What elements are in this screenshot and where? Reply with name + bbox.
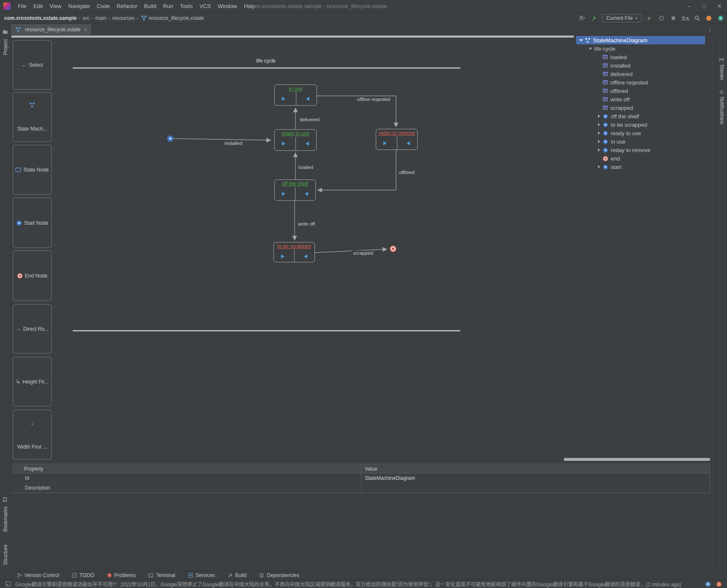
menu-window[interactable]: Window — [214, 0, 241, 12]
state-node-label[interactable]: to be scrapped — [274, 242, 314, 249]
build-hammer-icon[interactable] — [590, 14, 598, 22]
outline-horizontal-scrollbar[interactable] — [564, 458, 710, 461]
chevron-right-icon[interactable] — [596, 114, 601, 119]
menu-tools[interactable]: Tools — [177, 0, 196, 12]
toolwindow-services[interactable]: Services — [188, 572, 215, 578]
tree-item-to-be-scrapped[interactable]: to be scrapped — [576, 120, 716, 129]
palette-tool-state-node[interactable]: State Node — [13, 145, 52, 195]
user-profile-icon[interactable] — [578, 14, 586, 22]
search-everywhere-icon[interactable] — [693, 14, 701, 22]
tree-item-offlined[interactable]: offlined — [576, 87, 716, 95]
tree-item-scrapped[interactable]: scrapped — [576, 103, 716, 112]
sidebar-item-project[interactable]: Project — [3, 39, 8, 55]
menu-edit[interactable]: Edit — [30, 0, 46, 12]
sidebar-item-notifications[interactable]: Notifications — [719, 97, 725, 124]
breadcrumb-src[interactable]: src — [82, 15, 89, 21]
tab-close-icon[interactable]: ✕ — [84, 27, 87, 32]
menu-code[interactable]: Code — [93, 0, 113, 12]
stop-icon[interactable] — [670, 14, 677, 22]
tree-item-in-use[interactable]: in use — [576, 137, 716, 146]
palette-tool-start-node[interactable]: Start Node — [13, 198, 52, 248]
toolwindow-dependencies[interactable]: Dependencies — [259, 572, 299, 578]
run-configuration-dropdown[interactable]: Current File ▾ — [602, 14, 641, 22]
state-node-reday-to-remove[interactable]: reday to remove — [376, 129, 418, 150]
sidebar-item-structure[interactable]: Structure — [3, 544, 8, 565]
toolwindow-todo[interactable]: TODO — [72, 572, 94, 578]
update-notification-icon[interactable] — [705, 14, 713, 22]
tree-item-offline-reqested[interactable]: offline reqested — [576, 78, 716, 87]
tab-resource-lifecycle[interactable]: resource_lifecycle.xstate ✕ — [11, 24, 91, 35]
editor-horizontal-scrollbar[interactable] — [11, 35, 574, 38]
menu-navigate[interactable]: Navigate — [65, 0, 93, 12]
edge-label-offlined[interactable]: offlined — [398, 170, 416, 175]
chevron-right-icon[interactable] — [596, 131, 601, 136]
tree-item-write-off[interactable]: write off — [576, 95, 716, 103]
tree-item-delivered[interactable]: delivered — [576, 70, 716, 78]
toolwindow-problems[interactable]: Problems — [107, 572, 136, 578]
menu-build[interactable]: Build — [141, 0, 160, 12]
maven-icon[interactable] — [719, 56, 724, 64]
tree-item-loaded[interactable]: loaded — [576, 53, 716, 61]
chevron-down-icon[interactable] — [588, 46, 593, 51]
translation-plugin-icon[interactable] — [704, 580, 712, 588]
breadcrumb-file[interactable]: resource_lifecycle.xstate — [148, 15, 204, 21]
toolwindow-terminal[interactable]: Terminal — [148, 572, 175, 578]
property-row-description[interactable]: Description — [11, 483, 710, 493]
menu-run[interactable]: Run — [160, 0, 177, 12]
tab-options-icon[interactable]: ⋮ — [707, 24, 716, 35]
property-row-id[interactable]: Id StateMachineDiagram — [11, 474, 710, 483]
breadcrumb-project[interactable]: com.xrosstools.xstate.sample — [4, 15, 77, 21]
chevron-right-icon[interactable] — [596, 139, 601, 144]
palette-tool-end-node[interactable]: End Node — [13, 250, 52, 301]
sync-icon[interactable] — [717, 14, 724, 22]
property-value[interactable]: StateMachineDiagram — [361, 474, 710, 483]
edge-label-offline-reqested[interactable]: offline reqested — [356, 97, 391, 102]
run-icon[interactable] — [646, 14, 653, 22]
maximize-button[interactable]: □ — [697, 0, 712, 12]
edge-label-installed[interactable]: installed — [223, 141, 243, 146]
edge-label-delivered[interactable]: delivered — [298, 117, 321, 122]
menu-file[interactable]: File — [14, 0, 30, 12]
sidebar-item-maven[interactable]: Maven — [719, 65, 725, 80]
palette-tool-state-machine[interactable]: State Mach... — [13, 92, 52, 142]
project-tool-icon[interactable] — [3, 28, 8, 36]
start-node[interactable] — [167, 135, 174, 144]
tree-item-end[interactable]: end — [576, 154, 716, 163]
palette-tool-width-first[interactable]: ↓ Width First ... — [13, 410, 52, 460]
tree-item-off-the-shelf[interactable]: off the shelf — [576, 112, 716, 120]
close-button[interactable]: ✕ — [712, 0, 727, 12]
menu-vcs[interactable]: VCS — [196, 0, 214, 12]
chevron-right-icon[interactable] — [596, 147, 601, 152]
state-node-off-the-shelf[interactable]: off the shelf — [274, 180, 316, 201]
tree-item-reday-to-remove[interactable]: reday to remove — [576, 146, 716, 154]
edge-label-scrapped[interactable]: scrapped — [352, 250, 374, 256]
edge-label-write-off[interactable]: write off — [297, 221, 316, 226]
tree-item-start[interactable]: start — [576, 163, 716, 171]
state-node-label[interactable]: reday to remove — [376, 129, 417, 136]
menu-view[interactable]: View — [46, 0, 65, 12]
bell-icon[interactable] — [719, 88, 724, 96]
edge-label-loaded[interactable]: loaded — [297, 165, 314, 170]
chevron-down-icon[interactable] — [579, 38, 584, 43]
palette-tool-height-first[interactable]: ↳ Height Fir... — [13, 357, 52, 406]
menu-refactor[interactable]: Refactor — [113, 0, 141, 12]
minimize-button[interactable]: – — [681, 0, 697, 12]
chevron-right-icon[interactable] — [596, 164, 601, 169]
status-notification-message[interactable]: Google翻译引擎和语音朗读功能似乎不可用?：2022年10月1日，Googl… — [15, 580, 701, 588]
sidebar-item-bookmarks[interactable]: Bookmarks — [3, 506, 8, 532]
toolwindow-version-control[interactable]: Version Control — [17, 572, 59, 578]
palette-tool-select[interactable]: ← Select — [13, 40, 52, 90]
palette-tool-direct-route[interactable]: → Direct Ro... — [13, 304, 52, 354]
end-node[interactable] — [390, 245, 396, 254]
tree-item-ready-to-use[interactable]: ready to use — [576, 129, 716, 137]
profiler-icon[interactable] — [658, 14, 665, 22]
tool-window-toggle-icon[interactable] — [4, 580, 12, 588]
translate-icon[interactable]: 文A — [681, 15, 689, 22]
tree-item-statemachinediagram[interactable]: StateMachineDiagram — [576, 36, 705, 44]
chevron-right-icon[interactable] — [596, 122, 601, 127]
state-node-to-be-scrapped[interactable]: to be scrapped — [273, 242, 315, 262]
state-node-label[interactable]: ready to use — [275, 130, 316, 136]
bookmark-icon[interactable] — [3, 496, 7, 504]
breadcrumb-resources[interactable]: resources — [112, 15, 134, 21]
tree-item-installed[interactable]: installed — [576, 61, 716, 70]
